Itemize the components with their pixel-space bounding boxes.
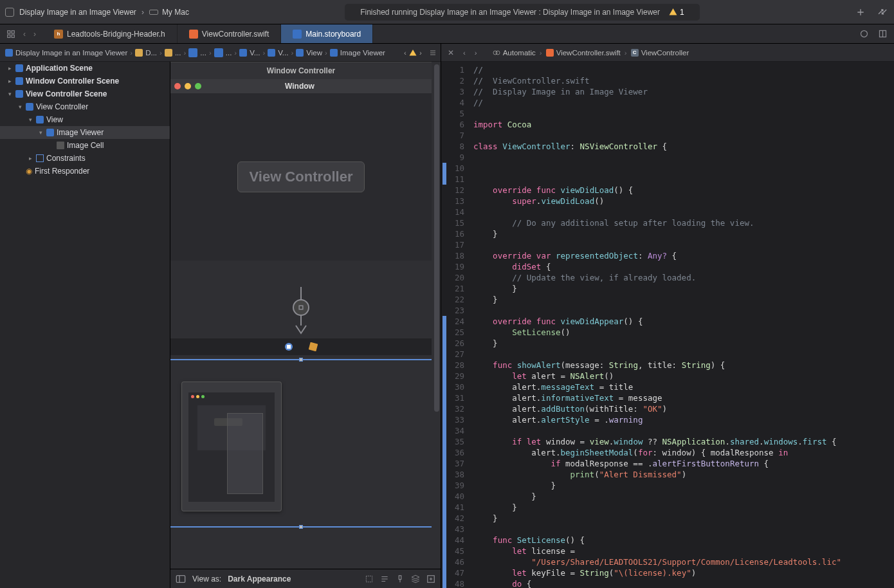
swift-file-icon — [546, 49, 554, 57]
resize-handle-2[interactable] — [299, 525, 303, 529]
assist-mode[interactable]: Automatic — [503, 49, 536, 57]
jumpbar-item-6[interactable]: V... — [266, 49, 289, 57]
scene-title-window-controller: Window Controller — [170, 62, 432, 79]
outline-row-6[interactable]: Image Cell — [0, 139, 170, 152]
assist-symbol[interactable]: ViewController — [641, 49, 689, 57]
left-pane: Display Image in an Image Viewer›D...›..… — [0, 44, 441, 588]
destination-name[interactable]: My Mac — [162, 8, 189, 17]
outline-row-5[interactable]: ▾Image Viewer — [0, 126, 170, 139]
jumpbar-item-1[interactable]: D... — [134, 49, 158, 57]
outline-row-2[interactable]: ▾View Controller Scene — [0, 87, 170, 100]
toolbar: ‹ › hLeadtools-Bridging-Header.hViewCont… — [0, 24, 894, 44]
resize-handle[interactable] — [299, 358, 303, 362]
tab-0[interactable]: hLeadtools-Bridging-Header.h — [42, 24, 178, 43]
svg-rect-16 — [176, 575, 185, 582]
jumpbar-item-7[interactable]: View — [295, 49, 324, 57]
jumpbar-left[interactable]: Display Image in an Image Viewer›D...›..… — [0, 44, 441, 62]
assist-file[interactable]: ViewController.swift — [556, 49, 621, 57]
disclosure-icon[interactable]: ▾ — [37, 129, 44, 136]
svg-rect-15 — [309, 342, 318, 351]
view-as-label: View as: — [192, 574, 221, 583]
embed-icon[interactable] — [426, 574, 435, 583]
storyboard-canvas-wrap: Window Controller Window View Controller — [170, 62, 441, 588]
adjust-editor-icon[interactable] — [878, 29, 888, 39]
outline-row-8[interactable]: ◉First Responder — [0, 165, 170, 178]
view-as-value[interactable]: Dark Appearance — [228, 574, 291, 583]
tab-label: ViewController.swift — [202, 30, 269, 39]
warning-badge[interactable]: 1 — [669, 8, 684, 17]
review-icon[interactable] — [859, 29, 869, 39]
outline-row-4[interactable]: ▾View — [0, 113, 170, 126]
scene-dock-vc-icon[interactable] — [284, 342, 293, 351]
scheme-name[interactable]: Display Image in an Image Viewer — [19, 8, 136, 17]
svg-rect-18 — [366, 576, 372, 582]
disclosure-icon[interactable]: ▸ — [6, 65, 13, 71]
disclosure-icon[interactable]: ▸ — [27, 155, 33, 161]
svg-point-4 — [861, 31, 868, 37]
outline-row-0[interactable]: ▸Application Scene — [0, 62, 170, 75]
activity-status[interactable]: Finished running Display Image in an Ima… — [345, 4, 699, 21]
svg-rect-14 — [287, 345, 291, 349]
titlebar: Display Image in an Image Viewer › My Ma… — [0, 0, 894, 24]
svg-rect-19 — [399, 575, 401, 579]
add-tab-icon[interactable] — [855, 7, 866, 17]
class-icon: C — [631, 49, 639, 57]
disclosure-icon[interactable]: ▾ — [6, 91, 13, 97]
placeholder-view-label: View Controller — [237, 161, 365, 192]
nav-back-icon[interactable]: ‹ — [23, 30, 26, 39]
canvas-scrollbar[interactable] — [434, 64, 439, 412]
storyboard-canvas[interactable]: Window Controller Window View Controller — [170, 62, 441, 569]
tab-2[interactable]: Main.storyboard — [281, 24, 373, 43]
link-icon — [493, 49, 500, 57]
device-icon[interactable] — [149, 10, 158, 15]
scene-view-controller[interactable] — [182, 382, 281, 511]
outline-row-7[interactable]: ▸Constraints — [0, 152, 170, 165]
segue-arrow-icon[interactable] — [288, 287, 314, 338]
jumpbar-item-2[interactable]: ... — [163, 49, 183, 57]
main-area: Display Image in an Image Viewer›D...›..… — [0, 44, 894, 588]
fullscreen-icon[interactable] — [877, 8, 889, 17]
assistant-pane: ✕ ‹ › Automatic › ViewController.swift ›… — [441, 44, 894, 588]
svg-rect-3 — [12, 35, 14, 37]
svg-rect-0 — [8, 30, 10, 33]
tab-1[interactable]: ViewController.swift — [178, 24, 281, 43]
disclosure-icon[interactable]: ▾ — [17, 104, 23, 110]
svg-rect-1 — [12, 30, 14, 33]
traffic-lights — [170, 80, 205, 92]
resolve-icon[interactable] — [411, 574, 420, 583]
assist-nav-forward-icon[interactable]: › — [472, 49, 480, 57]
status-text: Finished running Display Image in an Ima… — [360, 8, 660, 17]
svg-point-12 — [293, 300, 309, 315]
tab-bar: hLeadtools-Bridging-Header.hViewControll… — [42, 24, 853, 43]
jumpbar-item-4[interactable]: ... — [213, 48, 233, 57]
outline-row-1[interactable]: ▸Window Controller Scene — [0, 75, 170, 87]
chevron-right-icon: › — [141, 8, 144, 17]
outline-row-3[interactable]: ▾View Controller — [0, 100, 170, 113]
toggle-outline-icon[interactable] — [176, 574, 186, 583]
tab-label: Main.storyboard — [306, 30, 361, 39]
jumpbar-item-3[interactable]: ... — [187, 48, 208, 57]
close-assistant-icon[interactable]: ✕ — [445, 48, 457, 57]
window-title: Window — [205, 79, 394, 93]
pin-icon[interactable] — [396, 574, 405, 583]
disclosure-icon[interactable]: ▸ — [6, 78, 13, 84]
disclosure-icon[interactable]: ▾ — [27, 116, 33, 123]
assistant-jumpbar[interactable]: ✕ ‹ › Automatic › ViewController.swift ›… — [441, 44, 894, 62]
jumpbar-item-8[interactable]: Image Viewer — [329, 49, 387, 57]
jumpbar-item-0[interactable]: Display Image in an Image Viewer — [4, 49, 129, 57]
code-editor[interactable]: 1234567891011121314151617181920212223242… — [441, 62, 894, 588]
jumpbar-warnings[interactable]: ‹ › — [404, 49, 437, 57]
tab-label: Leadtools-Bridging-Header.h — [67, 30, 165, 39]
scene-dock-responder-icon[interactable] — [309, 342, 318, 351]
svg-point-23 — [496, 51, 500, 55]
scheme-icon[interactable] — [5, 8, 14, 17]
zoom-fit-icon[interactable] — [365, 574, 374, 583]
nav-forward-icon[interactable]: › — [33, 30, 36, 39]
svg-rect-2 — [8, 35, 10, 37]
document-outline: ▸Application Scene▸Window Controller Sce… — [0, 62, 170, 588]
jumpbar-item-5[interactable]: V... — [238, 49, 261, 57]
view-as-bar: View as: Dark Appearance — [170, 569, 441, 588]
grid-icon[interactable] — [6, 30, 15, 39]
assist-nav-back-icon[interactable]: ‹ — [461, 49, 468, 57]
align-icon[interactable] — [380, 574, 389, 583]
